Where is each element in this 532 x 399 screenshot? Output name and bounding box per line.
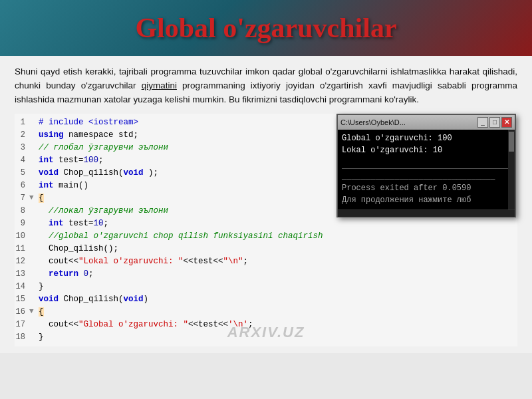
code-line-12: 12 cout<<"Lokal o'zgaruvchi: "<<test<<"\… [15,255,517,268]
line-num-6: 6 [15,180,29,192]
code-line-10: 10 //global o'zgaruvchi chop qilish funk… [15,230,517,243]
line-num-11: 11 [15,243,29,255]
terminal-window: C:\Users\Oybek\D... _ □ ✕ Global o'zgaru… [336,114,516,217]
line-num-18: 18 [15,331,29,343]
line-num-14: 14 [15,281,29,293]
terminal-bottom-bar [338,209,515,216]
minimize-button[interactable]: _ [477,117,488,128]
code-line-13: 13 return 0; [15,268,517,281]
code-line-16: 16 ▼ { [15,306,517,319]
line-num-16: 16 [15,306,29,318]
code-line-17: 17 cout<<"Global o'zgaruvchi: "<<test<<'… [15,319,517,331]
terminal-output-line-5: Для продолжения нажмите люб [342,194,511,206]
line-num-5: 5 [15,167,29,179]
terminal-title: C:\Users\Oybek\D... [340,118,406,126]
line-num-17: 17 [15,319,29,331]
description-text: Shuni qayd etish kerakki, tajribali prog… [15,65,517,107]
close-button[interactable]: ✕ [501,117,512,128]
line-num-12: 12 [15,255,29,267]
line-num-2: 2 [15,129,29,141]
line-num-3: 3 [15,142,29,154]
terminal-scroll-thumb[interactable] [509,132,514,152]
code-line-11: 11 Chop_qilish(); [15,243,517,255]
line-num-15: 15 [15,293,29,305]
terminal-output-line-2: Lokal o'zgaruvchi: 10 [342,144,511,156]
page-title: Global o'zgaruvchilar [13,12,519,44]
code-line-9: 9 int test=10; [15,217,517,230]
maximize-button[interactable]: □ [489,117,500,128]
line-num-8: 8 [15,205,29,217]
line-num-9: 9 [15,217,29,229]
terminal-body: Global o'zgaruvchi: 100 Lokal o'zgaruvch… [338,130,515,209]
terminal-buttons: _ □ ✕ [477,117,512,128]
terminal-output-line-3 [342,156,511,168]
code-line-14: 14 } [15,281,517,293]
code-line-18: 18 } [15,331,517,344]
code-line-15: 15 void Chop_qilish(void) [15,293,517,306]
terminal-divider: ________________________________ [342,168,511,182]
bottom-area: 1 # include <iostream> 2 using namespace… [15,114,517,346]
main-content: Shuni qayd etish kerakki, tajribali prog… [0,56,532,353]
terminal-output-line-4: Process exited after 0.0590 [342,182,511,194]
line-num-4: 4 [15,154,29,166]
terminal-scrollbar[interactable] [508,130,515,209]
terminal-titlebar: C:\Users\Oybek\D... _ □ ✕ [338,115,515,130]
terminal-hscroll[interactable] [338,210,515,217]
line-num-7: 7 [15,192,29,204]
line-num-13: 13 [15,268,29,280]
line-num-10: 10 [15,230,29,242]
line-num-1: 1 [15,116,29,128]
header: Global o'zgaruvchilar [0,0,532,56]
terminal-output-line-1: Global o'zgaruvchi: 100 [342,132,511,144]
